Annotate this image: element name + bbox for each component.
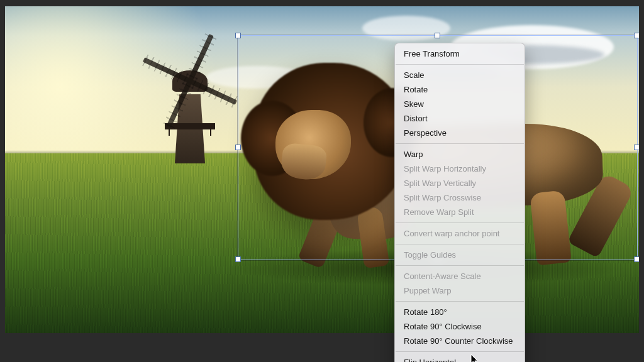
app-bottom-chrome bbox=[0, 333, 644, 362]
menu-separator bbox=[396, 265, 524, 266]
menu-item-distort[interactable]: Distort bbox=[395, 111, 525, 126]
menu-item-rotate-90-counter-clockwise[interactable]: Rotate 90° Counter Clockwise bbox=[395, 334, 525, 348]
cloud bbox=[362, 16, 450, 41]
app-viewport: Free Transform ScaleRotateSkewDistortPer… bbox=[0, 0, 644, 362]
menu-item-perspective[interactable]: Perspective bbox=[395, 126, 525, 140]
windmill bbox=[143, 44, 231, 163]
menu-item-puppet-warp: Puppet Warp bbox=[395, 283, 525, 298]
menu-separator bbox=[396, 244, 524, 244]
menu-item-scale[interactable]: Scale bbox=[395, 68, 525, 82]
menu-separator bbox=[396, 64, 524, 65]
menu-separator bbox=[396, 351, 524, 352]
menu-item-skew[interactable]: Skew bbox=[395, 97, 525, 111]
menu-separator bbox=[396, 222, 524, 223]
menu-item-flip-horizontal[interactable]: Flip Horizontal bbox=[395, 355, 525, 362]
lion-leg bbox=[530, 190, 572, 265]
menu-item-split-warp-vertically: Split Warp Vertically bbox=[395, 176, 525, 190]
menu-item-rotate-90-clockwise[interactable]: Rotate 90° Clockwise bbox=[395, 319, 525, 334]
menu-item-rotate-180[interactable]: Rotate 180° bbox=[395, 305, 525, 319]
menu-item-remove-warp-split: Remove Warp Split bbox=[395, 205, 525, 219]
menu-item-split-warp-crosswise: Split Warp Crosswise bbox=[395, 190, 525, 205]
menu-item-warp[interactable]: Warp bbox=[395, 147, 525, 162]
menu-item-toggle-guides: Toggle Guides bbox=[395, 248, 525, 262]
menu-item-content-aware-scale: Content-Aware Scale bbox=[395, 269, 525, 283]
document-canvas[interactable] bbox=[5, 6, 639, 333]
menu-item-rotate[interactable]: Rotate bbox=[395, 82, 525, 97]
menu-separator bbox=[396, 143, 524, 144]
context-menu-title: Free Transform bbox=[395, 47, 525, 61]
menu-item-split-warp-horizontally: Split Warp Horizontally bbox=[395, 162, 525, 176]
menu-separator bbox=[396, 301, 524, 302]
transform-context-menu[interactable]: Free Transform ScaleRotateSkewDistortPer… bbox=[394, 43, 525, 362]
menu-item-convert-warp-anchor-point: Convert warp anchor point bbox=[395, 226, 525, 241]
